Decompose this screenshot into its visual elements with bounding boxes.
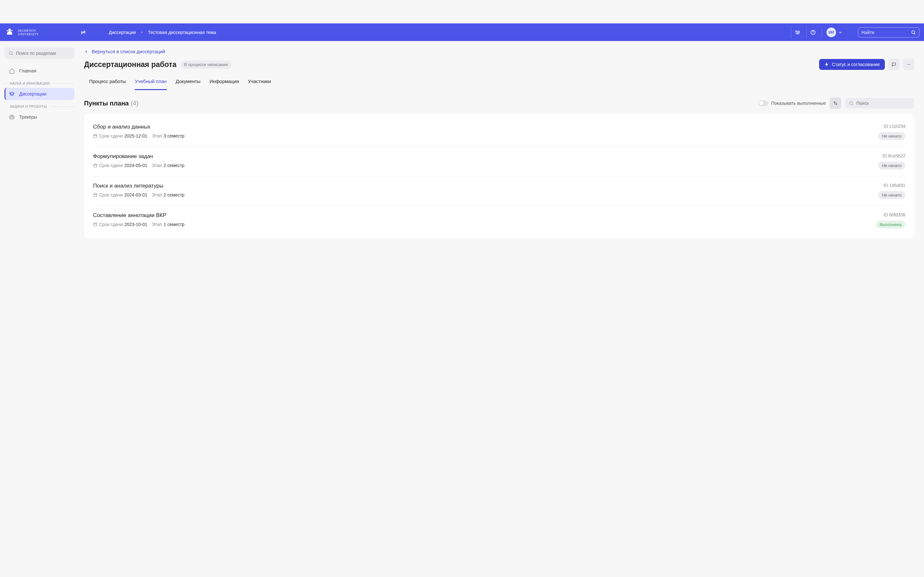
plan-status-badge: Не начато [878, 191, 905, 199]
svg-line-12 [914, 33, 915, 34]
avatar: ИИ [827, 27, 836, 37]
plan-title: Сбор и анализ данных [93, 124, 872, 130]
svg-point-8 [798, 31, 800, 32]
breadcrumb: Диссертации Тестовая диссертационная тем… [109, 30, 216, 35]
sidebar-item-trackers[interactable]: Трекеры [5, 111, 74, 123]
svg-point-7 [797, 33, 798, 34]
plan-id: ID 60fd356 [884, 212, 906, 218]
stage-label: Этап [152, 192, 162, 197]
svg-rect-30 [94, 193, 97, 197]
chevron-right-icon [140, 31, 144, 34]
logo-text: SECHENOV UNIVERSITY [18, 29, 39, 36]
breadcrumb-link-root[interactable]: Диссертации [109, 30, 136, 35]
more-options-button[interactable] [903, 59, 914, 70]
sidebar-search-input[interactable] [16, 51, 71, 56]
plan-list: Сбор и анализ данных Срок сдачи 2025-12-… [84, 114, 914, 238]
svg-point-19 [909, 64, 910, 65]
dots-horizontal-icon [906, 62, 911, 67]
sidebar-item-dissertations[interactable]: Диссертации [5, 88, 74, 100]
pin-toggle-button[interactable] [78, 27, 88, 37]
section-count: (4) [131, 100, 138, 107]
tab-participants[interactable]: Участники [248, 76, 271, 90]
sidebar-item-label: Главная [19, 68, 36, 73]
chat-icon [891, 62, 897, 67]
chevron-left-icon [84, 49, 89, 54]
main-content: Вернуться в список диссертаций Диссертац… [79, 41, 924, 248]
stage-value: 1 семестр [164, 222, 184, 227]
svg-rect-26 [94, 164, 97, 167]
sidebar-item-label: Диссертации [19, 91, 46, 97]
plan-item[interactable]: Формулирование задач Срок сдачи 2024-05-… [93, 147, 905, 176]
section-header: Пункты плана (4) Показывать выполненные [84, 97, 914, 109]
status-pill: В процессе написания [180, 61, 232, 69]
briefcase-icon [9, 114, 15, 120]
back-link[interactable]: Вернуться в список диссертаций [84, 49, 165, 54]
svg-point-18 [908, 64, 909, 65]
status-approval-button[interactable]: Статус и согласование [819, 59, 885, 70]
calendar-icon [93, 193, 97, 197]
deadline-value: 2024-05-01 [124, 163, 147, 168]
plan-title: Формулирование задач [93, 153, 872, 160]
section-title: Пункты плана [84, 100, 129, 107]
plan-item[interactable]: Сбор и анализ данных Срок сдачи 2025-12-… [93, 117, 905, 147]
help-button[interactable] [806, 26, 819, 39]
search-icon [849, 101, 854, 106]
search-icon [8, 51, 13, 56]
calendar-icon [93, 163, 97, 168]
svg-point-0 [7, 30, 8, 31]
stage-value: 3 семестр [164, 133, 184, 139]
stage-label: Этап [152, 133, 162, 139]
topbar: SECHENOV UNIVERSITY Диссертации Тестовая… [0, 23, 924, 41]
sort-button[interactable] [830, 97, 841, 109]
svg-point-6 [796, 31, 796, 32]
sidebar-item-home[interactable]: Главная [5, 65, 74, 77]
settings-sliders-button[interactable] [791, 26, 804, 39]
svg-point-11 [912, 31, 915, 33]
svg-point-20 [850, 102, 853, 105]
deadline-value: 2024-03-01 [124, 192, 147, 197]
home-icon [9, 68, 15, 74]
plan-search[interactable] [845, 98, 914, 108]
stage-value: 2 семестр [164, 163, 184, 168]
tab-process[interactable]: Процесс работы [89, 76, 126, 90]
plan-search-input[interactable] [856, 101, 911, 106]
global-search[interactable] [858, 27, 919, 37]
svg-rect-34 [94, 223, 97, 226]
tab-documents[interactable]: Документы [176, 76, 200, 90]
stage-value: 2 семестр [164, 192, 184, 197]
svg-point-13 [9, 52, 12, 55]
calendar-icon [93, 222, 97, 227]
sort-arrows-icon [833, 101, 838, 106]
logo[interactable]: SECHENOV UNIVERSITY [5, 27, 39, 37]
comments-button[interactable] [888, 59, 900, 70]
plan-meta: Срок сдачи 2023-10-01 Этап 1 семестр [93, 222, 869, 227]
tab-plan[interactable]: Учебный план [135, 76, 166, 90]
sidebar-group-science: НАУКА И ИННОВАЦИИ [5, 81, 74, 85]
deadline-value: 2023-10-01 [124, 222, 147, 227]
plan-meta: Срок сдачи 2024-05-01 Этап 2 семестр [93, 163, 872, 168]
deadline-label: Срок сдачи [99, 133, 123, 139]
lightning-icon [824, 62, 829, 67]
search-icon [911, 30, 916, 35]
plan-status-badge: Не начато [878, 161, 905, 169]
plan-status-badge: Не начато [878, 132, 905, 140]
plan-item[interactable]: Поиск и анализ литературы Срок сдачи 202… [93, 176, 905, 206]
sidebar: Главная НАУКА И ИННОВАЦИИ Диссертации ЗА… [0, 41, 79, 248]
page-header: Диссертационная работа В процессе написа… [84, 59, 914, 70]
plan-meta: Срок сдачи 2025-12-01 Этап 3 семестр [93, 133, 872, 139]
svg-point-1 [11, 30, 13, 31]
plan-title: Поиск и анализ литературы [93, 183, 872, 189]
user-menu[interactable]: ИИ [822, 27, 843, 37]
svg-point-10 [813, 33, 813, 34]
plan-item[interactable]: Составление аннотации ВКР Срок сдачи 202… [93, 206, 905, 235]
sidebar-search[interactable] [5, 47, 74, 59]
global-search-input[interactable] [861, 30, 911, 35]
breadcrumb-link-current[interactable]: Тестовая диссертационная тема [148, 30, 216, 35]
svg-rect-22 [94, 135, 97, 137]
plan-meta: Срок сдачи 2024-03-01 Этап 2 семестр [93, 192, 872, 197]
deadline-label: Срок сдачи [99, 222, 123, 227]
show-completed-toggle-group: Показывать выполненные [758, 100, 826, 106]
show-completed-toggle[interactable] [758, 100, 768, 106]
tab-info[interactable]: Информация [210, 76, 239, 90]
sidebar-group-tasks: ЗАДАЧИ И ПРОЕКТЫ [5, 105, 74, 108]
